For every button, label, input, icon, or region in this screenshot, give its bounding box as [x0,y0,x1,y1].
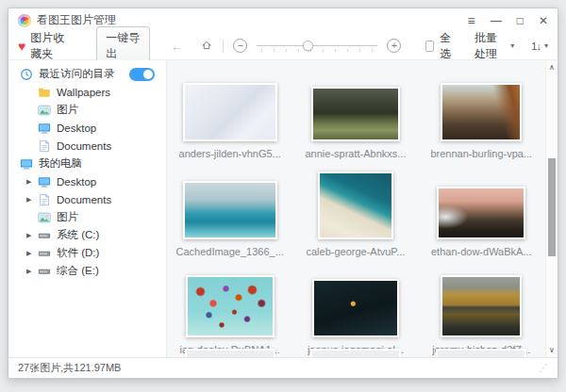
sidebar-item-wallpapers[interactable]: Wallpapers [8,83,166,101]
slider-thumb[interactable] [303,41,313,51]
folder-sidebar: 最近访问的目录 Wallpapers 图片 Desktop [8,60,167,357]
next-row-partial-thumbnails [167,349,544,357]
sidebar-item-recent-dirs[interactable]: 最近访问的目录 [8,65,166,83]
select-all-checkbox[interactable] [425,41,434,52]
sidebar-item-documents[interactable]: Documents [8,137,166,155]
thumbnail-grid: anders-jilden-vhnG5... annie-spratt-Abnk… [167,70,544,357]
home-icon[interactable] [201,39,212,54]
chevron-down-icon: ▾ [544,41,548,50]
sidebar-item-label: Wallpapers [57,87,110,98]
maximize-icon[interactable]: □ [517,15,524,26]
clock-icon [20,68,33,81]
sidebar-item-label: Documents [57,194,111,205]
image-count-summary: 27张图片,共121.97MB [18,361,121,375]
gallery-item[interactable]: annie-spratt-Abnkxs... [292,70,418,168]
sidebar-item-desktop-tree[interactable]: ▶ Desktop [8,172,166,190]
sidebar-item-label: 综合 (E:) [57,264,99,278]
sidebar-item-desktop[interactable]: Desktop [8,119,166,137]
slider-ticks [261,49,373,52]
thumbnail-size-slider[interactable] [257,39,377,54]
thumbnail-snow-image[interactable] [183,83,277,141]
document-icon [38,139,51,153]
thumbnail-balloons-image[interactable] [186,275,275,337]
slider-track [257,45,377,46]
zoom-in-icon[interactable]: + [387,39,401,53]
select-all-label: 全选 [440,30,456,62]
folder-icon [38,86,51,99]
favorites-button[interactable]: ♥ 图片收藏夹 [18,30,70,62]
app-window: 看图王图片管理 ≡ — □ ✕ ♥ 图片收藏夹 一键导出 ← − + 全选 [8,8,558,379]
expand-arrow-icon[interactable]: ▶ [26,178,31,186]
drive-icon [38,247,51,260]
sort-order-button[interactable]: 1↓ ▾ [531,41,548,52]
monitor-icon [38,122,51,135]
gallery-item[interactable]: brennan-burling-vpa... [419,70,544,168]
gallery-item[interactable]: caleb-george-AtvuP... [292,168,418,266]
thumbnail-beach-image[interactable] [318,172,393,239]
computer-icon [20,157,33,171]
gallery-item[interactable]: anders-jilden-vhnG5... [167,70,292,168]
toolbar-divider [223,40,224,53]
filename-label: ethan-dow-dWaBkA... [431,246,532,257]
minimize-icon[interactable]: — [491,15,502,26]
sidebar-item-drive-e[interactable]: ▶ 综合 (E:) [8,262,166,280]
zoom-out-icon[interactable]: − [233,39,247,53]
thumbnail-grid-area: anders-jilden-vhnG5... annie-spratt-Abnk… [167,60,558,357]
favorites-label: 图片收藏夹 [30,30,70,62]
main-area: 最近访问的目录 Wallpapers 图片 Desktop [8,60,558,357]
expand-arrow-icon[interactable]: ▶ [26,196,31,204]
drive-icon [38,229,51,242]
scroll-up-icon[interactable]: ∧ [546,63,558,72]
picture-icon [38,104,51,117]
gallery-item[interactable]: jaanus-jagomagi-al... [292,266,418,357]
partial-thumbnail[interactable] [310,349,401,357]
sidebar-item-label: 我的电脑 [39,156,82,171]
select-all-control[interactable]: 全选 [425,30,456,62]
gallery-item[interactable]: ian-dooley-DuBNA1... [167,266,292,357]
window-controls: ≡ — □ ✕ [468,14,548,27]
filename-label: CachedImage_1366_... [175,246,283,257]
menu-icon[interactable]: ≡ [468,14,475,27]
thumbnail-forest-image[interactable] [311,87,400,141]
sidebar-item-drive-d[interactable]: ▶ 软件 (D:) [8,244,166,262]
document-icon [38,193,51,206]
drive-icon [38,265,51,278]
sidebar-item-my-computer[interactable]: 我的电脑 [8,155,166,172]
heart-icon: ♥ [18,40,25,53]
thumbnail-dark-water-image[interactable] [312,279,399,337]
expand-arrow-icon[interactable]: ▶ [26,268,31,275]
close-icon[interactable]: ✕ [539,15,548,26]
expand-arrow-icon[interactable]: ▶ [26,250,31,257]
partial-thumbnail[interactable] [185,349,275,357]
title-bar: 看图王图片管理 ≡ — □ ✕ [8,8,558,32]
gallery-item[interactable]: CachedImage_1366_... [167,168,292,266]
recent-dirs-toggle[interactable] [129,68,155,81]
partial-thumbnail[interactable] [436,349,526,357]
batch-process-label: 批量处理 [474,30,507,62]
thumbnail-mountain-image[interactable] [441,83,522,141]
resize-grip-icon[interactable]: ⋰ [539,363,548,373]
thumbnail-sunset-coast-image[interactable] [437,187,525,239]
thumbnail-autumn-lake-image[interactable] [441,275,522,337]
scroll-down-icon[interactable]: ∨ [546,346,558,354]
sidebar-item-label: Desktop [57,176,96,188]
sidebar-item-pictures-tree[interactable]: 图片 [8,208,166,226]
sidebar-item-drive-c[interactable]: ▶ 系统 (C:) [8,226,166,244]
filename-label: brennan-burling-vpa... [430,148,532,159]
gallery-item[interactable]: ethan-dow-dWaBkA... [419,168,544,266]
back-icon[interactable]: ← [171,39,185,53]
vertical-scrollbar[interactable]: ∧ ∨ [545,60,558,357]
gallery-item[interactable]: jeremy-bishop-d3fZ... [419,266,544,357]
chevron-down-icon: ▾ [510,41,514,50]
sidebar-item-pictures[interactable]: 图片 [8,101,166,119]
monitor-icon [38,175,51,188]
scrollbar-thumb[interactable] [548,158,556,256]
app-logo-icon [18,14,31,27]
sidebar-item-label: 图片 [57,103,78,117]
expand-arrow-icon[interactable]: ▶ [26,232,31,239]
thumbnail-sea-image[interactable] [183,181,277,239]
sidebar-item-label: 最近访问的目录 [39,67,115,81]
filename-label: anders-jilden-vhnG5... [179,148,281,159]
sidebar-item-documents-tree[interactable]: ▶ Documents [8,190,166,208]
batch-process-button[interactable]: 批量处理 ▾ [474,30,514,62]
